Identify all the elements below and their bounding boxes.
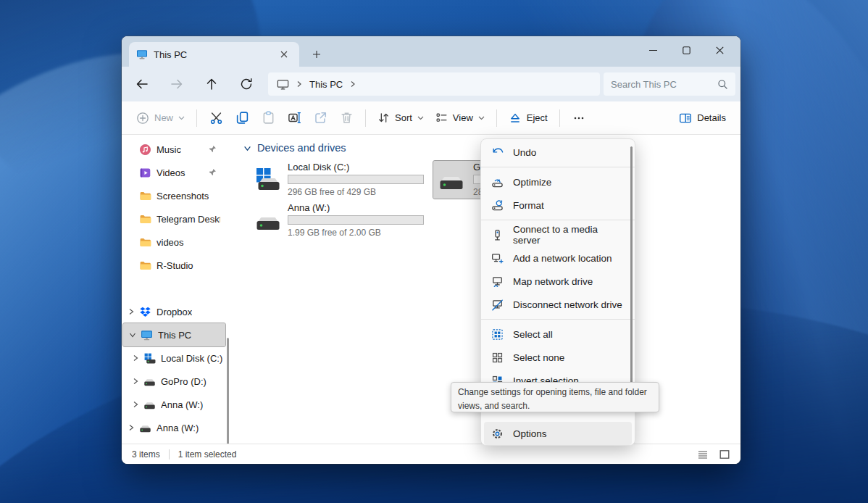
tab-this-pc[interactable]: This PC [129, 42, 299, 67]
search-box[interactable] [604, 72, 735, 96]
sidebar-item-videos-folder[interactable]: videos [122, 230, 237, 254]
close-button[interactable] [703, 36, 736, 64]
large-thumbnails-view-icon[interactable] [719, 449, 730, 460]
menu-item-label: Select all [513, 329, 553, 340]
toolbar-divider [559, 109, 560, 127]
eject-button-label: Eject [527, 112, 548, 123]
minimize-button[interactable] [636, 36, 669, 64]
menu-scrollbar[interactable] [630, 146, 633, 407]
delete-icon[interactable] [333, 107, 359, 130]
plus-circle-icon [136, 112, 149, 125]
maximize-button[interactable] [669, 36, 703, 64]
menu-item-add-network-location[interactable]: Add a network location [484, 246, 632, 270]
sort-icon [377, 112, 390, 124]
command-bar: New [122, 101, 740, 135]
pin-icon [208, 145, 217, 154]
sidebar-item-label: This PC [158, 330, 191, 341]
menu-item-undo[interactable]: Undo [484, 141, 632, 164]
sidebar-item-screenshots[interactable]: Screenshots [122, 184, 237, 207]
selection-count: 1 item selected [178, 449, 237, 460]
sidebar-item-this-pc[interactable]: This PC [123, 323, 225, 346]
search-icon[interactable] [717, 79, 728, 90]
menu-item-format[interactable]: Format [484, 194, 632, 217]
breadcrumb-chevron-icon[interactable] [350, 80, 356, 88]
drive-tile-anna-w[interactable]: Anna (W:) 1.99 GB free of 2.00 GB [250, 201, 433, 239]
chevron-right-icon[interactable] [128, 424, 135, 431]
menu-item-disconnect-network-drive[interactable]: Disconnect network drive [484, 293, 632, 316]
sidebar-item-label: Local Disk (C:) [161, 353, 222, 364]
rename-icon[interactable] [281, 107, 307, 130]
sidebar-item-label: Music [157, 144, 181, 155]
toolbar-divider [365, 109, 366, 127]
sidebar-item-gopro-d[interactable]: GoPro (D:) [122, 370, 237, 393]
search-input[interactable] [611, 79, 717, 90]
chevron-right-icon[interactable] [128, 308, 135, 315]
new-button[interactable]: New [130, 107, 191, 129]
sidebar-spacer [122, 277, 237, 300]
chevron-down-icon [478, 116, 485, 120]
sidebar-item-music[interactable]: Music [122, 138, 237, 161]
menu-separator [484, 217, 632, 223]
forward-icon[interactable] [170, 77, 184, 91]
menu-item-label: Select none [513, 352, 564, 363]
new-tab-button[interactable] [309, 46, 325, 62]
share-icon[interactable] [307, 107, 333, 130]
details-view-icon[interactable] [697, 449, 709, 460]
cut-icon[interactable] [203, 107, 229, 130]
media-server-icon [491, 229, 504, 241]
this-pc-icon [136, 49, 148, 60]
menu-item-optimize[interactable]: Optimize [484, 170, 632, 194]
sidebar-item-anna-w-1[interactable]: Anna (W:) [122, 393, 237, 416]
chevron-down-icon[interactable] [243, 144, 251, 152]
paste-icon[interactable] [255, 107, 281, 130]
drive-tile-local-disk-c[interactable]: Local Disk (C:) 296 GB free of 429 GB [250, 161, 433, 199]
sort-button-label: Sort [395, 112, 412, 123]
menu-item-label: Add a network location [513, 253, 612, 264]
disconnect-network-drive-icon [491, 299, 504, 311]
sidebar-item-r-studio[interactable]: R-Studio [122, 254, 237, 277]
map-network-drive-icon [491, 275, 504, 288]
breadcrumb-chevron-icon [296, 80, 302, 88]
eject-button[interactable]: Eject [503, 107, 554, 129]
sidebar-item-videos[interactable]: Videos [122, 161, 237, 184]
sort-button[interactable]: Sort [372, 107, 430, 128]
menu-item-map-network-drive[interactable]: Map network drive [484, 270, 632, 293]
drive-usage-bar [288, 215, 424, 225]
breadcrumb-this-pc[interactable]: This PC [309, 79, 343, 90]
eject-icon [509, 112, 522, 125]
chevron-right-icon[interactable] [132, 401, 139, 408]
options-tooltip: Change settings for opening items, file … [451, 382, 659, 412]
tab-close-icon[interactable] [276, 46, 292, 62]
view-button[interactable]: View [430, 107, 491, 128]
menu-item-label: Undo [513, 147, 536, 158]
sidebar-item-dropbox[interactable]: Dropbox [122, 300, 237, 323]
refresh-icon[interactable] [239, 77, 254, 91]
address-bar[interactable]: This PC [268, 72, 600, 96]
this-pc-icon [141, 329, 153, 341]
sidebar-item-anna-w-2[interactable]: Anna (W:) [122, 416, 237, 439]
dropbox-icon [139, 306, 151, 318]
select-all-icon [491, 328, 504, 341]
menu-item-connect-media-server[interactable]: Connect to a media server [484, 223, 632, 246]
chevron-down-icon[interactable] [129, 331, 136, 338]
menu-item-select-all[interactable]: Select all [484, 323, 632, 346]
drive-windows-icon [255, 167, 281, 192]
see-more-icon[interactable] [566, 107, 592, 130]
menu-item-select-none[interactable]: Select none [484, 346, 632, 369]
details-button[interactable]: Details [673, 107, 732, 129]
sidebar-item-label: Dropbox [157, 307, 192, 317]
chevron-right-icon[interactable] [132, 354, 139, 362]
status-divider [169, 449, 170, 460]
sidebar-item-local-disk-c[interactable]: Local Disk (C:) [122, 346, 237, 370]
sidebar-item-label: Screenshots [157, 191, 209, 201]
up-icon[interactable] [204, 77, 219, 91]
back-icon[interactable] [135, 77, 149, 91]
copy-icon[interactable] [229, 107, 255, 130]
drive-free-space: 1.99 GB free of 2.00 GB [288, 228, 381, 238]
section-devices-and-drives[interactable]: Devices and drives [243, 142, 346, 154]
menu-item-options[interactable]: Options [484, 422, 632, 445]
toolbar-divider [196, 109, 197, 127]
chevron-right-icon[interactable] [132, 378, 139, 385]
sidebar-item-telegram-desktop[interactable]: Telegram Desktop [122, 207, 237, 230]
drive-free-space: 296 GB free of 429 GB [288, 187, 376, 197]
